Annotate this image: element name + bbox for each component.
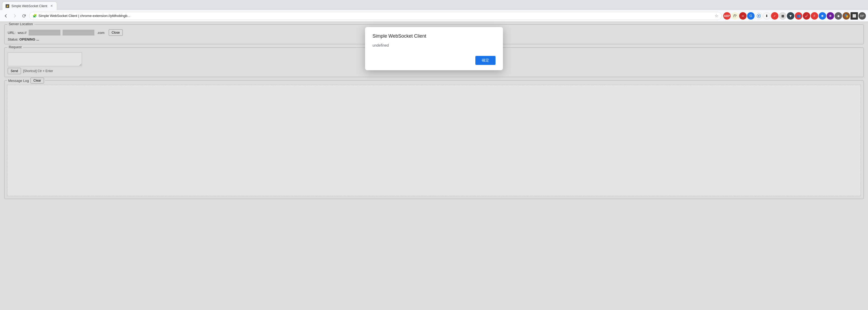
modal-title: Simple WebSocket Client — [372, 33, 496, 39]
tab-bar: ⚡ Simple WebSocket Client ✕ — [0, 0, 868, 10]
bookmark-icon[interactable]: ☆ — [715, 13, 718, 18]
address-bar[interactable]: 🧩 Simple WebSocket Client | chrome-exten… — [29, 12, 722, 20]
modal-dialog: Simple WebSocket Client undefined 確定 — [365, 27, 503, 70]
extensions-area: ABP f? ∞ G ⬇ ✓ ▦ ▼ 👥 🖊 F ◉ ❋ ◆ 🎭 ⬜ RP — [723, 12, 866, 20]
nav-bar: 🧩 Simple WebSocket Client | chrome-exten… — [0, 10, 868, 22]
modal-overlay: Simple WebSocket Client undefined 確定 — [0, 22, 868, 310]
svg-point-3 — [758, 15, 760, 17]
ext-f-icon[interactable]: f? — [731, 12, 739, 20]
modal-message: undefined — [372, 43, 496, 47]
ext-check-icon[interactable]: ✓ — [771, 12, 778, 20]
ext-chrome-icon[interactable] — [755, 12, 763, 20]
tab-title: Simple WebSocket Client — [11, 4, 47, 8]
ext-square-icon[interactable]: ⬜ — [850, 12, 858, 20]
address-text: Simple WebSocket Client | chrome-extensi… — [38, 14, 713, 18]
reload-button[interactable] — [20, 12, 28, 20]
ext-red-icon[interactable]: ∞ — [739, 12, 747, 20]
ext-adblock-icon[interactable]: ABP — [723, 12, 731, 20]
tab-favicon: ⚡ — [6, 4, 9, 8]
ext-translate-icon[interactable]: G — [747, 12, 754, 20]
ext-download-icon[interactable]: ⬇ — [763, 12, 770, 20]
extension-icon: 🧩 — [33, 14, 37, 18]
tab-close-button[interactable]: ✕ — [49, 4, 54, 8]
ext-last-icon[interactable]: RP — [859, 12, 866, 20]
back-button[interactable] — [2, 12, 9, 20]
ext-purple-icon[interactable]: ❋ — [827, 12, 834, 20]
modal-confirm-button[interactable]: 確定 — [475, 56, 496, 65]
ext-pen-icon[interactable]: 🖊 — [803, 12, 810, 20]
ext-users-icon[interactable]: 👥 — [795, 12, 802, 20]
ext-v-icon[interactable]: ▼ — [787, 12, 794, 20]
forward-button[interactable] — [11, 12, 19, 20]
profile-avatar[interactable]: 🎭 — [842, 12, 850, 20]
ext-forms-icon[interactable]: F — [811, 12, 818, 20]
ext-circle-icon[interactable]: ◉ — [819, 12, 826, 20]
browser-window: ⚡ Simple WebSocket Client ✕ 🧩 — [0, 0, 868, 310]
ext-gray2-icon[interactable]: ◆ — [835, 12, 842, 20]
modal-actions: 確定 — [372, 56, 496, 65]
active-tab[interactable]: ⚡ Simple WebSocket Client ✕ — [2, 2, 57, 10]
ext-gray1-icon[interactable]: ▦ — [779, 12, 786, 20]
page-content: Server Location URL: wss:// .com Close S… — [0, 22, 868, 310]
svg-text:⚡: ⚡ — [6, 4, 9, 8]
